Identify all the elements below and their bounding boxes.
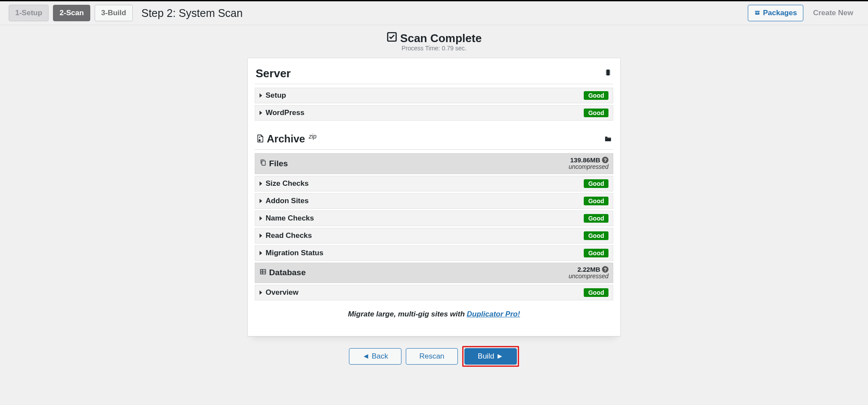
files-size: 139.86MB: [570, 157, 600, 164]
read-checks-label: Read Checks: [266, 231, 312, 240]
header-right: Packages Create New: [748, 5, 859, 21]
status-badge: Good: [584, 214, 608, 223]
scan-row-size-checks[interactable]: Size Checks Good: [255, 176, 613, 191]
files-subsection: Files 139.86MB ? uncompressed: [255, 153, 613, 174]
create-new-label: Create New: [807, 5, 859, 21]
status-badge: Good: [584, 288, 608, 297]
server-heading-label: Server: [256, 67, 291, 80]
size-checks-label: Size Checks: [266, 179, 309, 188]
wordpress-label: WordPress: [266, 109, 304, 117]
packages-button[interactable]: Packages: [748, 5, 803, 21]
status-badge: Good: [584, 109, 608, 117]
back-button[interactable]: ◄ Back: [349, 348, 401, 365]
caret-right-icon: [260, 290, 262, 295]
scan-title-text: Scan Complete: [400, 32, 482, 45]
table-icon: [260, 268, 266, 277]
status-badge: Good: [584, 231, 608, 240]
scan-row-addon-sites[interactable]: Addon Sites Good: [255, 193, 613, 209]
step-title: Step 2: System Scan: [141, 7, 243, 20]
files-uncompressed: uncompressed: [569, 163, 608, 170]
page-header: 1-Setup 2-Scan 3-Build Step 2: System Sc…: [0, 1, 868, 25]
name-checks-label: Name Checks: [266, 214, 314, 223]
database-uncompressed: uncompressed: [569, 273, 608, 280]
caret-right-icon: [260, 111, 262, 115]
build-highlight: Build ►: [462, 346, 519, 367]
promo-text: Migrate large, multi-gig sites with Dupl…: [255, 310, 613, 319]
help-icon[interactable]: ?: [602, 266, 608, 273]
packages-label: Packages: [763, 9, 797, 17]
caret-right-icon: [260, 234, 262, 238]
scan-row-name-checks[interactable]: Name Checks Good: [255, 211, 613, 226]
status-badge: Good: [584, 249, 608, 257]
svg-rect-1: [607, 69, 610, 75]
main-content: Scan Complete Process Time: 0.79 sec. Se…: [0, 25, 868, 367]
step-2-scan[interactable]: 2-Scan: [53, 5, 90, 21]
file-archive-icon: [256, 134, 264, 146]
scan-row-overview[interactable]: Overview Good: [255, 285, 613, 300]
checkbox-checked-icon: [386, 31, 398, 46]
header-left: 1-Setup 2-Scan 3-Build Step 2: System Sc…: [9, 5, 243, 21]
folder-icon: [604, 133, 612, 145]
overview-label: Overview: [266, 288, 299, 297]
addon-sites-label: Addon Sites: [266, 197, 309, 205]
archive-heading-left: Archive zip: [256, 133, 316, 146]
scan-row-migration-status[interactable]: Migration Status Good: [255, 245, 613, 261]
caret-right-icon: [260, 181, 262, 186]
database-subsection: Database 2.22MB ? uncompressed: [255, 263, 613, 283]
step-1-setup[interactable]: 1-Setup: [9, 5, 49, 21]
caret-right-icon: [260, 93, 262, 98]
rescan-button[interactable]: Rescan: [406, 348, 458, 365]
files-label: Files: [269, 159, 288, 168]
archive-box-icon: [754, 10, 760, 17]
server-section-heading: Server: [255, 64, 613, 84]
zip-label: zip: [309, 133, 317, 140]
status-badge: Good: [584, 179, 608, 188]
duplicator-pro-link[interactable]: Duplicator Pro!: [467, 310, 520, 318]
svg-rect-5: [262, 161, 265, 165]
promo-prefix: Migrate large, multi-gig sites with: [348, 310, 467, 318]
caret-right-icon: [260, 199, 262, 203]
scan-panel: Server Setup Good WordPress Good Archive…: [247, 58, 621, 336]
svg-point-2: [259, 139, 260, 141]
copy-icon: [260, 158, 266, 168]
help-icon[interactable]: ?: [602, 157, 608, 163]
build-button[interactable]: Build ►: [464, 348, 517, 365]
scan-row-read-checks[interactable]: Read Checks Good: [255, 228, 613, 244]
status-badge: Good: [584, 197, 608, 205]
setup-label: Setup: [266, 91, 286, 100]
svg-rect-6: [260, 270, 266, 274]
action-buttons: ◄ Back Rescan Build ►: [0, 346, 868, 367]
archive-heading-text: Archive: [267, 133, 305, 145]
scan-complete-heading: Scan Complete: [386, 31, 482, 46]
caret-right-icon: [260, 251, 262, 255]
status-badge: Good: [584, 91, 608, 100]
chip-icon: [604, 68, 612, 79]
archive-section-heading: Archive zip: [255, 126, 613, 150]
database-label: Database: [269, 268, 306, 277]
database-size: 2.22MB: [577, 266, 600, 273]
step-3-build[interactable]: 3-Build: [95, 5, 133, 21]
process-time: Process Time: 0.79 sec.: [0, 45, 868, 52]
scan-row-setup[interactable]: Setup Good: [255, 88, 613, 103]
caret-right-icon: [260, 216, 262, 221]
migration-status-label: Migration Status: [266, 249, 323, 257]
scan-row-wordpress[interactable]: WordPress Good: [255, 105, 613, 121]
